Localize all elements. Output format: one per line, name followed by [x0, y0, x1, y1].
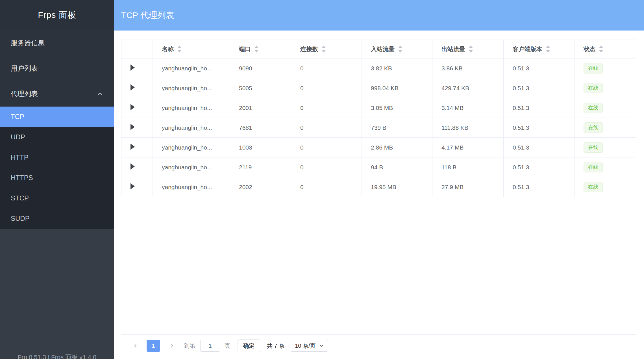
- cell-version: 0.51.3: [504, 177, 575, 197]
- row-expand-button[interactable]: [130, 144, 135, 150]
- cell-name: yanghuanglin_ho...: [153, 138, 230, 157]
- page-number-button[interactable]: 1: [147, 340, 160, 352]
- column-header-6[interactable]: 状态: [575, 40, 636, 59]
- cell-name: yanghuanglin_ho...: [153, 78, 230, 98]
- sidebar-subitem-https[interactable]: HTTPS: [0, 168, 114, 188]
- proxy-table-region: 名称端口连接数入站流量出站流量客户端版本状态yanghuanglin_ho...…: [121, 40, 636, 334]
- expand-cell: [121, 118, 153, 138]
- column-label: 入站流量: [371, 45, 395, 53]
- table-row: yanghuanglin_ho...2119094 B118 B0.51.3在线: [121, 157, 636, 177]
- chevron-left-icon: [132, 342, 139, 349]
- column-label: 连接数: [300, 45, 318, 53]
- table-row: yanghuanglin_ho...100302.86 MB4.17 MB0.5…: [121, 138, 636, 157]
- sidebar-subitem-tcp[interactable]: TCP: [0, 107, 114, 127]
- column-label: 出站流量: [441, 45, 465, 53]
- page-jump-input[interactable]: [200, 340, 220, 352]
- sort-caret-icon[interactable]: [469, 46, 473, 53]
- row-expand-button[interactable]: [130, 163, 135, 170]
- column-header-1[interactable]: 端口: [230, 40, 291, 59]
- sidebar-item-user-list[interactable]: 用户列表: [0, 56, 114, 81]
- status-badge: 在线: [584, 182, 603, 192]
- cell-port: 7681: [230, 118, 291, 138]
- cell-version: 0.51.3: [504, 157, 575, 177]
- main-area: TCP 代理列表 名称端口连接数入站流量出站流量客户端版本状态yanghuang…: [114, 0, 644, 359]
- next-page-button[interactable]: [168, 342, 175, 349]
- page-size-select[interactable]: 10 条/页: [291, 340, 328, 352]
- row-expand-button[interactable]: [130, 183, 135, 189]
- table-row: yanghuanglin_ho...2002019.95 MB27.9 MB0.…: [121, 177, 636, 197]
- column-header-inner: 客户端版本: [513, 45, 550, 53]
- sidebar-subitem-udp[interactable]: UDP: [0, 127, 114, 147]
- sort-caret-icon[interactable]: [599, 46, 603, 53]
- sidebar-item-label: 服务器信息: [11, 38, 45, 47]
- cell-traffic_in: 739 B: [362, 118, 432, 138]
- column-header-4[interactable]: 出站流量: [432, 40, 504, 59]
- cell-name: yanghuanglin_ho...: [153, 177, 230, 197]
- cell-traffic_in: 3.82 KB: [362, 59, 432, 78]
- cell-traffic_out: 3.86 KB: [432, 59, 504, 78]
- sidebar-item-server-info[interactable]: 服务器信息: [0, 30, 114, 56]
- proxy-table: 名称端口连接数入站流量出站流量客户端版本状态yanghuanglin_ho...…: [121, 40, 636, 197]
- chevron-right-icon: [168, 342, 175, 349]
- expand-cell: [121, 98, 153, 118]
- expand-cell: [121, 138, 153, 157]
- row-expand-button[interactable]: [130, 104, 135, 110]
- sidebar-item-label: 用户列表: [11, 64, 38, 73]
- column-header-2[interactable]: 连接数: [291, 40, 362, 59]
- cell-traffic_in: 998.04 KB: [362, 78, 432, 98]
- cell-traffic_out: 429.74 KB: [432, 78, 504, 98]
- sidebar-subitem-http[interactable]: HTTP: [0, 147, 114, 168]
- cell-name: yanghuanglin_ho...: [153, 59, 230, 78]
- cell-port: 2002: [230, 177, 291, 197]
- chevron-down-icon: [319, 343, 324, 349]
- sidebar-subitem-sudp[interactable]: SUDP: [0, 208, 114, 229]
- confirm-button[interactable]: 确定: [238, 339, 260, 352]
- expand-cell: [121, 177, 153, 197]
- row-expand-button[interactable]: [130, 84, 135, 90]
- cell-status: 在线: [575, 59, 636, 78]
- cell-status: 在线: [575, 177, 636, 197]
- cell-traffic_in: 94 B: [362, 157, 432, 177]
- column-label: 端口: [239, 45, 251, 53]
- chevron-up-icon: [96, 90, 104, 98]
- goto-page-label: 到第: [184, 342, 195, 350]
- prev-page-button[interactable]: [132, 342, 139, 349]
- expand-cell: [121, 157, 153, 177]
- column-header-5[interactable]: 客户端版本: [504, 40, 575, 59]
- column-header-inner: 出站流量: [441, 45, 473, 53]
- sort-caret-icon[interactable]: [177, 46, 182, 53]
- sidebar-item-label: 代理列表: [11, 89, 38, 98]
- sidebar-subitem-stcp[interactable]: STCP: [0, 188, 114, 208]
- sidebar: Frps 面板 服务器信息用户列表代理列表TCPUDPHTTPHTTPSSTCP…: [0, 0, 114, 359]
- table-row: yanghuanglin_ho...76810739 B111.88 KB0.5…: [121, 118, 636, 138]
- sidebar-item-proxy-list[interactable]: 代理列表: [0, 81, 114, 107]
- cell-connections: 0: [291, 138, 362, 157]
- row-expand-button[interactable]: [130, 124, 135, 130]
- cell-traffic_in: 2.86 MB: [362, 138, 432, 157]
- sort-caret-icon[interactable]: [546, 46, 550, 53]
- column-header-0[interactable]: 名称: [153, 40, 230, 59]
- sort-caret-icon[interactable]: [398, 46, 402, 53]
- cell-port: 5005: [230, 78, 291, 98]
- column-header-inner: 入站流量: [371, 45, 402, 53]
- column-label: 客户端版本: [513, 45, 542, 53]
- cell-connections: 0: [291, 59, 362, 78]
- cell-port: 9090: [230, 59, 291, 78]
- row-expand-button[interactable]: [130, 64, 135, 71]
- cell-port: 2001: [230, 98, 291, 118]
- status-badge: 在线: [584, 142, 603, 153]
- sort-caret-icon[interactable]: [254, 46, 259, 53]
- cell-traffic_out: 27.9 MB: [432, 177, 504, 197]
- page-title: TCP 代理列表: [121, 10, 174, 21]
- sort-caret-icon[interactable]: [321, 46, 326, 53]
- cell-connections: 0: [291, 78, 362, 98]
- expand-column-header: [121, 40, 153, 59]
- cell-version: 0.51.3: [504, 59, 575, 78]
- page-header: TCP 代理列表: [114, 0, 644, 31]
- pagination-bar: 1 到第 页 确定 共 7 条 10 条/页: [121, 334, 636, 357]
- table-header-row: 名称端口连接数入站流量出站流量客户端版本状态: [121, 40, 636, 59]
- page-unit-label: 页: [225, 342, 230, 350]
- sidebar-version-text: Frp 0.51.3 | Frps 面板 v1.4.0: [0, 353, 114, 359]
- column-header-3[interactable]: 入站流量: [362, 40, 432, 59]
- sidebar-menu: 服务器信息用户列表代理列表TCPUDPHTTPHTTPSSTCPSUDP: [0, 30, 114, 229]
